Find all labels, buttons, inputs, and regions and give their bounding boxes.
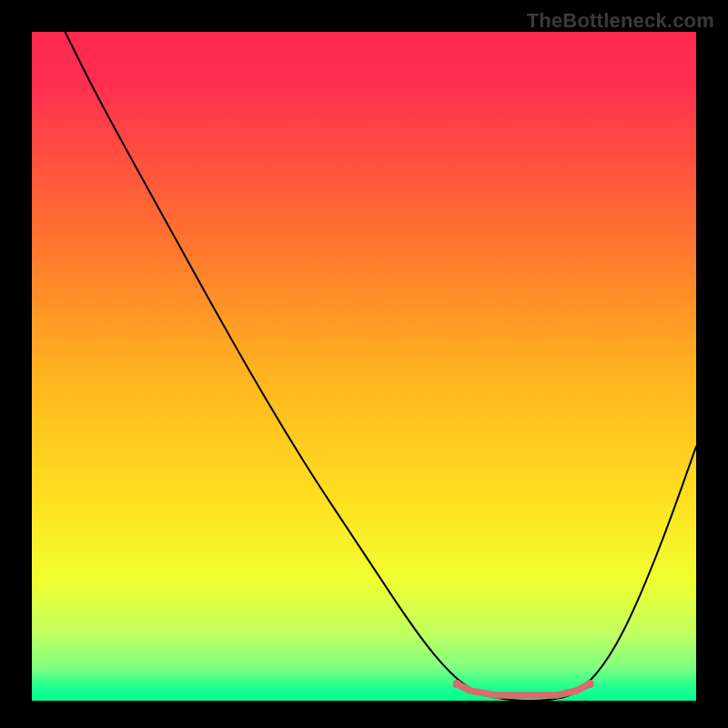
chart-container: TheBottleneck.com xyxy=(0,0,728,728)
marker-endpoint xyxy=(586,680,594,688)
gradient-background xyxy=(32,32,696,701)
bottleneck-chart xyxy=(0,0,728,728)
marker-endpoint xyxy=(453,680,461,688)
watermark-text: TheBottleneck.com xyxy=(527,9,714,33)
